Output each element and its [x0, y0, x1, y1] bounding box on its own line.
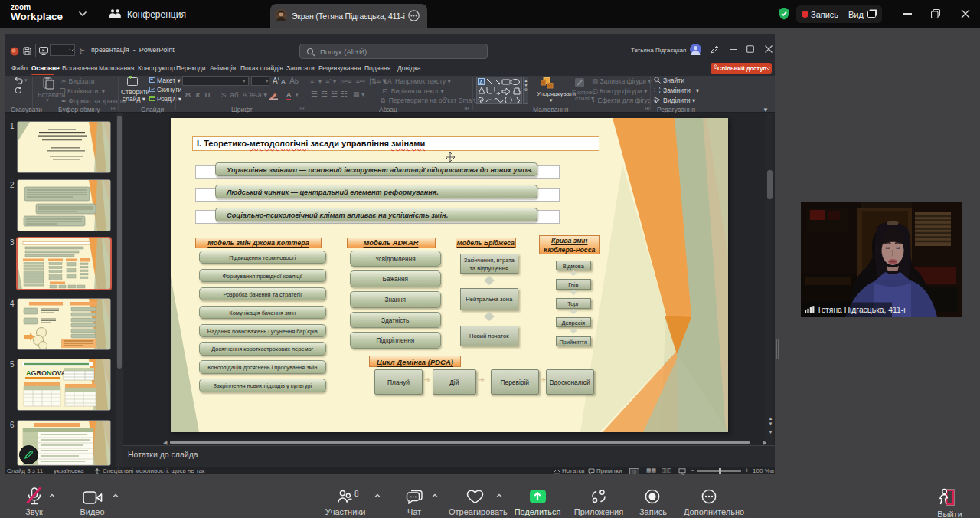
svg-text:Тетяна Підгаєцька, 411-і: Тетяна Підгаєцька, 411-і	[817, 306, 905, 314]
svg-text:А: А	[479, 80, 483, 85]
svg-text:AGRONOVA: AGRONOVA	[26, 369, 67, 377]
